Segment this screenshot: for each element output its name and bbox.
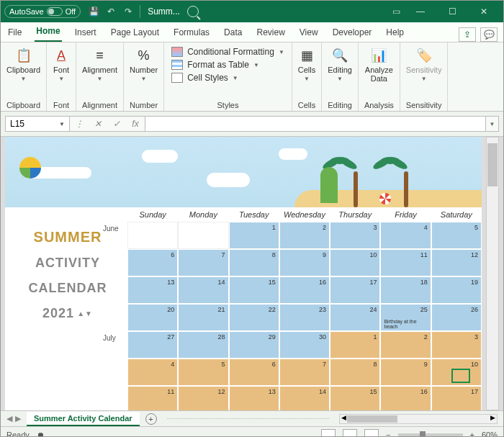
calendar-cell[interactable]: 17 <box>431 386 482 410</box>
calendar-cell[interactable]: 18 <box>380 276 431 304</box>
tab-file[interactable]: File <box>6 23 23 42</box>
tab-insert[interactable]: Insert <box>73 23 98 42</box>
tab-page-layout[interactable]: Page Layout <box>109 23 161 42</box>
macro-record-icon[interactable]: ⏺ <box>37 431 45 438</box>
cell-styles-button[interactable]: Cell Styles▼ <box>171 71 284 84</box>
calendar-cell[interactable]: 20 <box>127 304 178 331</box>
tab-review[interactable]: Review <box>255 23 286 42</box>
tab-formulas[interactable]: Formulas <box>172 23 211 42</box>
calendar-cell[interactable] <box>127 222 178 249</box>
calendar-cell[interactable]: 15 <box>229 276 279 304</box>
calendar-cell[interactable]: 16 <box>380 386 431 410</box>
calendar-cell[interactable]: 11 <box>127 386 178 410</box>
page-layout-view-button[interactable] <box>343 429 357 438</box>
sheet-nav-buttons[interactable]: ◀▶ <box>6 414 21 423</box>
maximize-button[interactable]: ☐ <box>436 1 468 22</box>
vertical-scrollbar[interactable] <box>486 137 499 410</box>
number-button[interactable]: % Number ▼ <box>130 47 158 82</box>
share-button[interactable]: ⇪ <box>459 27 476 42</box>
calendar-cell[interactable]: 28 <box>178 331 228 359</box>
calendar-cell[interactable]: 29 <box>229 331 279 359</box>
sensitivity-button[interactable]: 🏷️ Sensitivity ▼ <box>406 47 442 82</box>
calendar-cell[interactable]: 16 <box>279 276 330 304</box>
tab-view[interactable]: View <box>298 23 320 42</box>
tab-help[interactable]: Help <box>384 23 405 42</box>
horizontal-scrollbar[interactable]: ◀▶ <box>339 414 498 424</box>
calendar-cell[interactable]: 8 <box>229 249 279 276</box>
calendar-cell[interactable]: 24 <box>330 304 380 331</box>
minimize-button[interactable]: — <box>405 1 436 22</box>
tab-data[interactable]: Data <box>222 23 243 42</box>
calendar-cell[interactable]: 30 <box>279 331 330 359</box>
fx-icon[interactable]: fx <box>126 119 145 129</box>
calendar-cell[interactable] <box>178 222 228 249</box>
search-icon[interactable] <box>184 3 202 20</box>
scroll-left-icon[interactable]: ◀ <box>341 414 346 421</box>
tab-home[interactable]: Home <box>35 22 61 42</box>
cells-button[interactable]: ▦ Cells ▼ <box>298 47 315 82</box>
tab-developer[interactable]: Developer <box>331 23 374 42</box>
formula-input[interactable] <box>145 116 486 132</box>
scroll-thumb[interactable] <box>487 143 498 186</box>
calendar-cell[interactable]: 27 <box>127 331 178 359</box>
calendar-cell[interactable]: 26 <box>431 304 482 331</box>
calendar-cell[interactable]: 21 <box>178 304 228 331</box>
cancel-icon[interactable]: ✕ <box>89 119 107 129</box>
calendar-cell[interactable]: 1 <box>229 222 279 249</box>
scroll-thumb[interactable] <box>347 415 397 423</box>
zoom-knob[interactable] <box>420 431 426 438</box>
calendar-cell[interactable]: 2 <box>380 331 431 359</box>
calendar-cell[interactable]: 22 <box>229 304 279 331</box>
calendar-cell[interactable]: 9 <box>279 249 330 276</box>
autosave-toggle[interactable]: AutoSave Off <box>4 5 81 18</box>
zoom-in-button[interactable]: + <box>470 431 474 438</box>
calendar-cell[interactable]: 5 <box>431 222 482 249</box>
redo-icon[interactable]: ↷ <box>120 3 137 20</box>
worksheet[interactable]: SUMMER ACTIVITY CALENDAR 2021▲▼ Sunday M… <box>5 137 482 410</box>
calendar-cell[interactable]: 4 <box>127 359 178 386</box>
calendar-cell[interactable]: 7 <box>178 249 228 276</box>
calendar-cell[interactable]: 1 <box>330 331 380 359</box>
calendar-cell[interactable]: 12 <box>178 386 228 410</box>
enter-icon[interactable]: ✓ <box>107 119 126 129</box>
conditional-formatting-button[interactable]: Conditional Formatting▼ <box>171 45 284 58</box>
calendar-cell[interactable]: 14 <box>279 386 330 410</box>
calendar-cell[interactable]: 6 <box>127 249 178 276</box>
calendar-cell[interactable]: 9 <box>380 359 431 386</box>
calendar-cell[interactable]: 17 <box>330 276 380 304</box>
calendar-cell[interactable]: 14 <box>178 276 228 304</box>
analyze-data-button[interactable]: 📊 Analyze Data <box>365 47 393 83</box>
prev-sheet-icon[interactable]: ◀ <box>6 414 12 423</box>
calendar-cell[interactable]: 5 <box>178 359 228 386</box>
calendar-cell[interactable]: 12 <box>431 249 482 276</box>
add-sheet-button[interactable]: + <box>145 413 157 425</box>
sheet-tab-active[interactable]: Summer Activity Calendar <box>27 412 140 426</box>
calendar-cell[interactable]: 25Birthday at the beach <box>380 304 431 331</box>
calendar-cell[interactable]: 6 <box>229 359 279 386</box>
scroll-right-icon[interactable]: ▶ <box>490 414 495 421</box>
undo-icon[interactable]: ↶ <box>102 3 120 20</box>
calendar-cell[interactable]: 19 <box>431 276 482 304</box>
year-spinner-icon[interactable]: ▲▼ <box>77 310 93 317</box>
name-box[interactable]: L15▼ <box>5 116 70 132</box>
save-icon[interactable]: 💾 <box>85 3 102 20</box>
ribbon-display-icon[interactable]: ▭ <box>387 3 405 20</box>
editing-button[interactable]: 🔍 Editing ▼ <box>328 47 352 82</box>
normal-view-button[interactable] <box>321 429 336 438</box>
clipboard-button[interactable]: 📋 Clipboard ▼ <box>6 47 40 82</box>
comments-button[interactable]: 💬 <box>480 27 498 42</box>
calendar-cell[interactable]: 15 <box>330 386 380 410</box>
zoom-out-button[interactable]: − <box>386 431 390 438</box>
zoom-level[interactable]: 60% <box>482 431 498 438</box>
alignment-button[interactable]: ≡ Alignment ▼ <box>82 47 117 82</box>
calendar-cell[interactable]: 7 <box>279 359 330 386</box>
calendar-cell[interactable]: 3 <box>431 331 482 359</box>
calendar-cell[interactable]: 10 <box>330 249 380 276</box>
calendar-cell[interactable]: 8 <box>330 359 380 386</box>
format-as-table-button[interactable]: Format as Table▼ <box>171 58 284 71</box>
expand-formula-icon[interactable]: ▼ <box>486 116 499 132</box>
close-button[interactable]: ✕ <box>468 1 500 22</box>
calendar-cell[interactable]: 3 <box>330 222 380 249</box>
expand-icon[interactable]: ⋮ <box>70 119 89 129</box>
calendar-cell[interactable]: 11 <box>380 249 431 276</box>
